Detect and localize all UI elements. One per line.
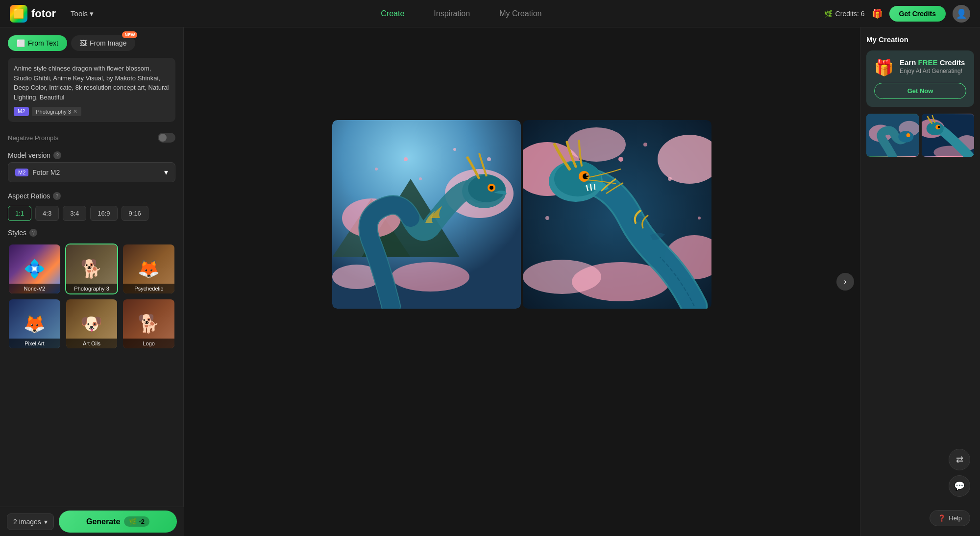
model-version-header: Model version ? — [0, 146, 183, 162]
earn-prefix: Earn — [900, 58, 918, 67]
bottom-bar: 2 images ▾ Generate 🌿 -2 — [0, 507, 184, 536]
tab-from-text-label: From Text — [28, 39, 58, 47]
svg-point-11 — [404, 157, 408, 161]
get-credits-button[interactable]: Get Credits — [889, 6, 946, 22]
chat-icon: 💬 — [954, 481, 965, 491]
gift-icon[interactable]: 🎁 — [872, 8, 882, 19]
svg-point-24 — [554, 161, 601, 196]
svg-point-36 — [898, 131, 913, 142]
tag-m2: M2 — [14, 107, 29, 116]
negative-prompts-row: Negative Prompts — [0, 129, 183, 146]
aspect-help-icon[interactable]: ? — [53, 192, 61, 200]
next-image-arrow[interactable]: › — [836, 273, 854, 291]
generated-image-2 — [523, 120, 711, 309]
svg-point-8 — [468, 175, 505, 202]
toggle-knob — [159, 134, 167, 142]
header: 🟨 fotor Tools ▾ Create Inspiration My Cr… — [0, 0, 980, 27]
style-logo[interactable]: 🐕 Logo — [122, 298, 175, 349]
nav-inspiration[interactable]: Inspiration — [434, 9, 470, 18]
nav-my-creation[interactable]: My Creation — [499, 9, 541, 18]
negative-prompts-label: Negative Prompts — [8, 134, 58, 142]
earn-subtitle: Enjoy AI Art Generating! — [900, 68, 965, 74]
style-none-v2[interactable]: 💠 None-V2 — [8, 244, 61, 294]
chevron-down-icon: ▾ — [164, 168, 168, 177]
tag-remove-icon[interactable]: ✕ — [73, 108, 77, 115]
mode-tabs: ⬜ From Text 🖼 From Image NEW — [0, 27, 183, 51]
brand-name: fotor — [31, 7, 56, 20]
credit-cost: 🌿 -2 — [124, 516, 149, 527]
ratio-16-9[interactable]: 16:9 — [90, 206, 117, 221]
style-psychedelic[interactable]: 🦊 Psychedelic — [122, 244, 175, 294]
main-nav: Create Inspiration My Creation — [108, 9, 814, 18]
earn-title: Earn FREE Credits — [900, 58, 965, 67]
credit-cost-value: -2 — [139, 518, 145, 525]
free-word: FREE — [918, 58, 938, 67]
main-layout: ⬜ From Text 🖼 From Image NEW Anime style… — [0, 27, 980, 536]
generated-images-grid — [327, 115, 716, 448]
translate-button[interactable]: ⇄ — [949, 449, 970, 470]
svg-point-32 — [698, 217, 701, 219]
ratio-9-16[interactable]: 9:16 — [122, 206, 148, 221]
help-button[interactable]: ❓ Help — [930, 510, 970, 526]
tools-label: Tools — [71, 9, 88, 18]
header-right: 🌿 Credits: 6 🎁 Get Credits 👤 — [824, 5, 970, 23]
style-art-oils[interactable]: 🐶 Art Oils — [65, 298, 119, 349]
svg-point-31 — [545, 216, 549, 220]
svg-point-30 — [643, 143, 647, 146]
svg-point-13 — [419, 177, 422, 180]
logo: 🟨 fotor — [10, 5, 56, 23]
creation-thumb-2[interactable] — [922, 114, 974, 157]
style-pixel-art[interactable]: 🦊 Pixel Art — [8, 298, 61, 349]
style-logo-label: Logo — [123, 339, 174, 348]
credits-label: Credits: 6 — [835, 10, 865, 18]
images-count-select[interactable]: 2 images ▾ — [7, 513, 54, 530]
model-name: Fotor M2 — [32, 169, 60, 176]
svg-point-10 — [490, 186, 493, 190]
model-help-icon[interactable]: ? — [53, 151, 61, 159]
svg-point-20 — [523, 260, 601, 294]
svg-point-14 — [487, 157, 491, 161]
get-now-button[interactable]: Get Now — [874, 83, 966, 99]
right-panel-title: My Creation — [866, 35, 974, 44]
prompt-area[interactable]: Anime style chinese dragon with flower b… — [8, 58, 175, 122]
generate-button[interactable]: Generate 🌿 -2 — [59, 511, 177, 533]
ratio-1-1[interactable]: 1:1 — [8, 206, 31, 221]
model-label: M2 Fotor M2 — [15, 169, 60, 176]
svg-point-27 — [586, 174, 588, 176]
tab-from-image[interactable]: 🖼 From Image NEW — [71, 35, 135, 51]
styles-title: Styles — [8, 229, 26, 237]
tools-button[interactable]: Tools ▾ — [66, 6, 98, 21]
chat-button[interactable]: 💬 — [949, 475, 970, 497]
creation-thumb-1[interactable] — [866, 114, 919, 157]
leaf-icon: 🌿 — [824, 10, 833, 18]
aspect-ratio-header: Aspect Ratios ? — [0, 187, 183, 203]
svg-point-5 — [391, 262, 469, 292]
new-badge: NEW — [122, 31, 137, 38]
style-photography3[interactable]: 🐕 Photography 3 — [65, 244, 119, 294]
styles-help-icon[interactable]: ? — [29, 229, 37, 237]
generated-image-1 — [332, 120, 521, 309]
negative-prompts-toggle[interactable] — [158, 133, 175, 143]
help-label: Help — [949, 514, 962, 522]
tab-from-text[interactable]: ⬜ From Text — [8, 35, 67, 51]
creation-thumbnails — [866, 114, 974, 157]
earn-credits-card: 🎁 Earn FREE Credits Enjoy AI Art Generat… — [866, 50, 974, 107]
prompt-text[interactable]: Anime style chinese dragon with flower b… — [14, 64, 170, 102]
left-panel: ⬜ From Text 🖼 From Image NEW Anime style… — [0, 27, 184, 536]
ratio-4-3[interactable]: 4:3 — [35, 206, 59, 221]
model-select[interactable]: M2 Fotor M2 ▾ — [8, 162, 175, 182]
credits-badge: 🌿 Credits: 6 — [824, 10, 865, 18]
svg-point-42 — [927, 122, 944, 135]
style-none-v2-label: None-V2 — [9, 284, 60, 293]
svg-point-12 — [453, 148, 456, 151]
avatar[interactable]: 👤 — [953, 5, 970, 23]
float-buttons: ⇄ 💬 — [949, 449, 970, 497]
m2-tag: M2 — [15, 169, 28, 176]
nav-create[interactable]: Create — [381, 9, 404, 18]
earn-suffix: Credits — [938, 58, 965, 67]
tab-from-image-label: From Image — [90, 39, 126, 47]
leaf-icon: 🌿 — [129, 518, 137, 525]
logo-icon: 🟨 — [10, 5, 27, 23]
ratio-3-4[interactable]: 3:4 — [63, 206, 86, 221]
tag-photography3: Photography 3 ✕ — [32, 107, 81, 116]
